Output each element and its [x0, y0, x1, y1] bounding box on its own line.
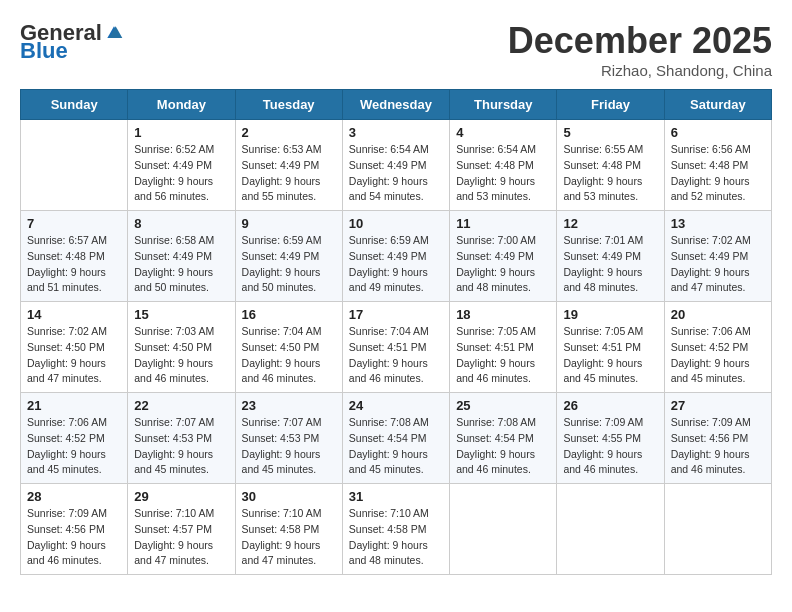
day-info: Sunrise: 6:59 AMSunset: 4:49 PMDaylight:… — [349, 233, 443, 296]
day-info: Sunrise: 7:07 AMSunset: 4:53 PMDaylight:… — [242, 415, 336, 478]
weekday-header-friday: Friday — [557, 90, 664, 120]
calendar-cell: 4Sunrise: 6:54 AMSunset: 4:48 PMDaylight… — [450, 120, 557, 211]
day-number: 9 — [242, 216, 336, 231]
day-number: 20 — [671, 307, 765, 322]
day-number: 3 — [349, 125, 443, 140]
day-number: 4 — [456, 125, 550, 140]
day-number: 27 — [671, 398, 765, 413]
calendar-cell: 18Sunrise: 7:05 AMSunset: 4:51 PMDayligh… — [450, 302, 557, 393]
calendar-cell: 27Sunrise: 7:09 AMSunset: 4:56 PMDayligh… — [664, 393, 771, 484]
calendar-cell: 19Sunrise: 7:05 AMSunset: 4:51 PMDayligh… — [557, 302, 664, 393]
day-number: 29 — [134, 489, 228, 504]
day-number: 23 — [242, 398, 336, 413]
day-info: Sunrise: 6:55 AMSunset: 4:48 PMDaylight:… — [563, 142, 657, 205]
calendar-cell: 11Sunrise: 7:00 AMSunset: 4:49 PMDayligh… — [450, 211, 557, 302]
calendar-cell: 23Sunrise: 7:07 AMSunset: 4:53 PMDayligh… — [235, 393, 342, 484]
calendar-cell: 12Sunrise: 7:01 AMSunset: 4:49 PMDayligh… — [557, 211, 664, 302]
day-info: Sunrise: 7:08 AMSunset: 4:54 PMDaylight:… — [456, 415, 550, 478]
day-info: Sunrise: 7:10 AMSunset: 4:57 PMDaylight:… — [134, 506, 228, 569]
day-info: Sunrise: 7:05 AMSunset: 4:51 PMDaylight:… — [563, 324, 657, 387]
day-number: 14 — [27, 307, 121, 322]
day-info: Sunrise: 7:05 AMSunset: 4:51 PMDaylight:… — [456, 324, 550, 387]
day-info: Sunrise: 6:56 AMSunset: 4:48 PMDaylight:… — [671, 142, 765, 205]
calendar-cell: 6Sunrise: 6:56 AMSunset: 4:48 PMDaylight… — [664, 120, 771, 211]
calendar-cell: 15Sunrise: 7:03 AMSunset: 4:50 PMDayligh… — [128, 302, 235, 393]
location-subtitle: Rizhao, Shandong, China — [508, 62, 772, 79]
weekday-header-row: SundayMondayTuesdayWednesdayThursdayFrid… — [21, 90, 772, 120]
weekday-header-saturday: Saturday — [664, 90, 771, 120]
calendar-cell: 9Sunrise: 6:59 AMSunset: 4:49 PMDaylight… — [235, 211, 342, 302]
calendar-cell: 14Sunrise: 7:02 AMSunset: 4:50 PMDayligh… — [21, 302, 128, 393]
logo: General Blue — [20, 20, 124, 64]
day-number: 10 — [349, 216, 443, 231]
calendar-cell: 30Sunrise: 7:10 AMSunset: 4:58 PMDayligh… — [235, 484, 342, 575]
calendar-cell: 26Sunrise: 7:09 AMSunset: 4:55 PMDayligh… — [557, 393, 664, 484]
day-number: 30 — [242, 489, 336, 504]
day-info: Sunrise: 7:01 AMSunset: 4:49 PMDaylight:… — [563, 233, 657, 296]
calendar-cell: 7Sunrise: 6:57 AMSunset: 4:48 PMDaylight… — [21, 211, 128, 302]
calendar-cell: 31Sunrise: 7:10 AMSunset: 4:58 PMDayligh… — [342, 484, 449, 575]
calendar-cell — [557, 484, 664, 575]
weekday-header-tuesday: Tuesday — [235, 90, 342, 120]
day-info: Sunrise: 6:52 AMSunset: 4:49 PMDaylight:… — [134, 142, 228, 205]
week-row-2: 7Sunrise: 6:57 AMSunset: 4:48 PMDaylight… — [21, 211, 772, 302]
calendar-cell: 28Sunrise: 7:09 AMSunset: 4:56 PMDayligh… — [21, 484, 128, 575]
day-info: Sunrise: 7:09 AMSunset: 4:56 PMDaylight:… — [671, 415, 765, 478]
day-number: 17 — [349, 307, 443, 322]
day-info: Sunrise: 6:54 AMSunset: 4:48 PMDaylight:… — [456, 142, 550, 205]
day-number: 15 — [134, 307, 228, 322]
day-info: Sunrise: 7:04 AMSunset: 4:51 PMDaylight:… — [349, 324, 443, 387]
logo-icon — [104, 23, 124, 43]
week-row-5: 28Sunrise: 7:09 AMSunset: 4:56 PMDayligh… — [21, 484, 772, 575]
day-number: 5 — [563, 125, 657, 140]
day-number: 31 — [349, 489, 443, 504]
day-info: Sunrise: 7:09 AMSunset: 4:56 PMDaylight:… — [27, 506, 121, 569]
calendar-cell: 24Sunrise: 7:08 AMSunset: 4:54 PMDayligh… — [342, 393, 449, 484]
day-info: Sunrise: 7:09 AMSunset: 4:55 PMDaylight:… — [563, 415, 657, 478]
day-info: Sunrise: 7:02 AMSunset: 4:49 PMDaylight:… — [671, 233, 765, 296]
day-number: 6 — [671, 125, 765, 140]
day-info: Sunrise: 6:53 AMSunset: 4:49 PMDaylight:… — [242, 142, 336, 205]
calendar-cell: 29Sunrise: 7:10 AMSunset: 4:57 PMDayligh… — [128, 484, 235, 575]
day-info: Sunrise: 7:07 AMSunset: 4:53 PMDaylight:… — [134, 415, 228, 478]
calendar-cell: 16Sunrise: 7:04 AMSunset: 4:50 PMDayligh… — [235, 302, 342, 393]
calendar-cell: 17Sunrise: 7:04 AMSunset: 4:51 PMDayligh… — [342, 302, 449, 393]
calendar-cell: 21Sunrise: 7:06 AMSunset: 4:52 PMDayligh… — [21, 393, 128, 484]
day-number: 24 — [349, 398, 443, 413]
weekday-header-sunday: Sunday — [21, 90, 128, 120]
day-info: Sunrise: 7:08 AMSunset: 4:54 PMDaylight:… — [349, 415, 443, 478]
day-number: 13 — [671, 216, 765, 231]
day-info: Sunrise: 7:02 AMSunset: 4:50 PMDaylight:… — [27, 324, 121, 387]
page-header: General Blue December 2025 Rizhao, Shand… — [20, 20, 772, 79]
calendar-cell: 2Sunrise: 6:53 AMSunset: 4:49 PMDaylight… — [235, 120, 342, 211]
calendar-cell: 25Sunrise: 7:08 AMSunset: 4:54 PMDayligh… — [450, 393, 557, 484]
day-number: 7 — [27, 216, 121, 231]
day-info: Sunrise: 6:59 AMSunset: 4:49 PMDaylight:… — [242, 233, 336, 296]
day-info: Sunrise: 6:58 AMSunset: 4:49 PMDaylight:… — [134, 233, 228, 296]
day-info: Sunrise: 7:10 AMSunset: 4:58 PMDaylight:… — [242, 506, 336, 569]
day-number: 12 — [563, 216, 657, 231]
day-number: 19 — [563, 307, 657, 322]
day-number: 28 — [27, 489, 121, 504]
weekday-header-wednesday: Wednesday — [342, 90, 449, 120]
day-number: 8 — [134, 216, 228, 231]
calendar-cell: 8Sunrise: 6:58 AMSunset: 4:49 PMDaylight… — [128, 211, 235, 302]
calendar-cell: 5Sunrise: 6:55 AMSunset: 4:48 PMDaylight… — [557, 120, 664, 211]
calendar-cell: 3Sunrise: 6:54 AMSunset: 4:49 PMDaylight… — [342, 120, 449, 211]
day-number: 16 — [242, 307, 336, 322]
logo-blue-text: Blue — [20, 38, 68, 64]
calendar-cell: 22Sunrise: 7:07 AMSunset: 4:53 PMDayligh… — [128, 393, 235, 484]
calendar-cell: 1Sunrise: 6:52 AMSunset: 4:49 PMDaylight… — [128, 120, 235, 211]
week-row-1: 1Sunrise: 6:52 AMSunset: 4:49 PMDaylight… — [21, 120, 772, 211]
calendar-cell: 10Sunrise: 6:59 AMSunset: 4:49 PMDayligh… — [342, 211, 449, 302]
day-info: Sunrise: 7:06 AMSunset: 4:52 PMDaylight:… — [671, 324, 765, 387]
day-number: 26 — [563, 398, 657, 413]
day-number: 18 — [456, 307, 550, 322]
day-number: 22 — [134, 398, 228, 413]
day-number: 21 — [27, 398, 121, 413]
day-info: Sunrise: 7:00 AMSunset: 4:49 PMDaylight:… — [456, 233, 550, 296]
day-info: Sunrise: 7:10 AMSunset: 4:58 PMDaylight:… — [349, 506, 443, 569]
weekday-header-monday: Monday — [128, 90, 235, 120]
calendar-cell — [450, 484, 557, 575]
day-info: Sunrise: 6:54 AMSunset: 4:49 PMDaylight:… — [349, 142, 443, 205]
